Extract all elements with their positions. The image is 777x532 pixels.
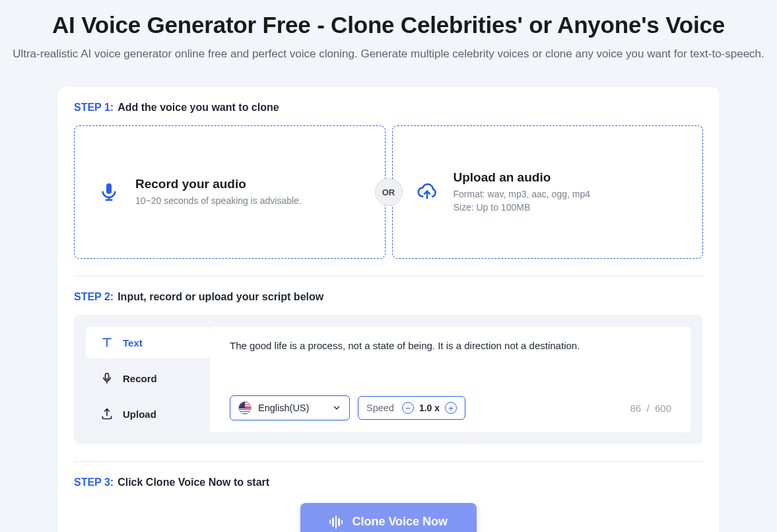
tab-upload-label: Upload: [123, 409, 156, 420]
svg-rect-1: [106, 374, 109, 380]
step-3-text: Click Clone Voice Now to start: [118, 477, 269, 488]
script-tabs: Text Record Upload: [86, 327, 210, 432]
waveform-icon: [329, 515, 343, 529]
mic-small-icon: [100, 372, 114, 385]
upload-audio-option[interactable]: Upload an audio Format: wav, mp3, aac, o…: [392, 125, 704, 259]
chevron-down-icon: [332, 403, 341, 413]
script-body: The good life is a process, not a state …: [210, 327, 691, 432]
page-subtitle: Ultra-realistic AI voice generator onlin…: [0, 48, 777, 61]
speed-label: Speed: [366, 403, 394, 413]
clone-voice-button[interactable]: Clone Voice Now: [300, 503, 477, 532]
tab-text-label: Text: [123, 337, 143, 349]
record-audio-title: Record your audio: [135, 177, 302, 191]
char-counter: 86 / 600: [630, 403, 671, 414]
divider: [74, 461, 703, 462]
speed-decrease-button[interactable]: −: [402, 402, 414, 414]
tab-text[interactable]: Text: [86, 327, 210, 358]
tab-record-label: Record: [123, 373, 157, 384]
speed-control: Speed − 1.0 x +: [358, 396, 465, 420]
speed-increase-button[interactable]: +: [445, 402, 457, 414]
page-title: AI Voice Generator Free - Clone Celebrit…: [0, 0, 777, 38]
main-card: STEP 1: Add the voice you want to clone …: [58, 87, 719, 532]
speed-value: 1.0 x: [419, 403, 440, 413]
upload-small-icon: [100, 407, 114, 420]
clone-voice-label: Clone Voice Now: [352, 515, 448, 529]
step-2-text: Input, record or upload your script belo…: [118, 291, 323, 303]
language-value: English(US): [258, 403, 309, 413]
record-audio-desc: 10~20 seconds of speaking is advisable.: [135, 194, 302, 207]
divider: [74, 276, 703, 277]
step-3-label: STEP 3:: [74, 477, 114, 488]
script-panel: Text Record Upload: [74, 315, 703, 444]
script-textarea[interactable]: The good life is a process, not a state …: [230, 340, 671, 351]
svg-rect-0: [106, 183, 112, 194]
upload-audio-title: Upload an audio: [454, 170, 591, 185]
tab-upload[interactable]: Upload: [86, 398, 210, 430]
step-1-label: STEP 1:: [74, 102, 114, 114]
step-2-label: STEP 2:: [74, 291, 114, 303]
step-2-header: STEP 2: Input, record or upload your scr…: [74, 291, 703, 303]
step-1-text: Add the voice you want to clone: [118, 102, 279, 114]
us-flag-icon: [238, 401, 252, 415]
or-divider: OR: [375, 178, 403, 206]
upload-audio-desc: Format: wav, mp3, aac, ogg, mp4 Size: Up…: [454, 187, 591, 215]
step-1-header: STEP 1: Add the voice you want to clone: [74, 102, 703, 114]
tab-record[interactable]: Record: [86, 362, 210, 394]
step-3-header: STEP 3: Click Clone Voice Now to start: [74, 477, 703, 488]
cloud-upload-icon: [415, 180, 439, 204]
text-icon: [100, 336, 114, 349]
record-audio-option[interactable]: Record your audio 10~20 seconds of speak…: [74, 125, 386, 259]
voice-source-options: Record your audio 10~20 seconds of speak…: [74, 125, 703, 259]
language-select[interactable]: English(US): [230, 395, 350, 420]
script-controls: English(US) Speed − 1.0 x + 86 / 600: [230, 395, 671, 420]
microphone-icon: [97, 180, 121, 204]
